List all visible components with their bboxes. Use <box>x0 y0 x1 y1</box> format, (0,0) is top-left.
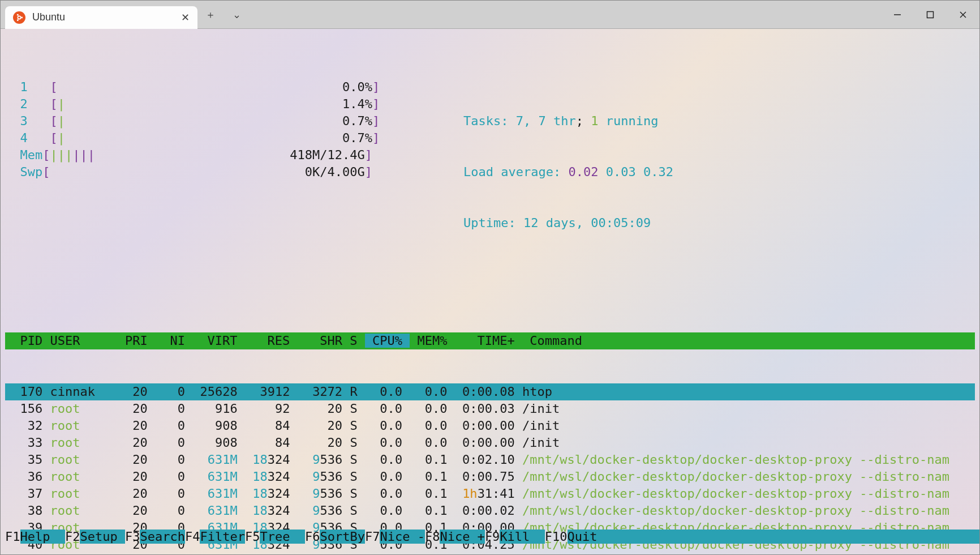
tasks-label: Tasks: <box>463 114 516 128</box>
summary-panel: Tasks: 7, 7 thr; 1 running Load average:… <box>463 79 673 266</box>
mem-meter: Mem[|||||| 418M/12.4G] <box>5 147 463 164</box>
process-row[interactable]: 36 root 20 0 631M 18324 9536 S 0.0 0.1 0… <box>5 468 975 485</box>
fkey-F1: F1 <box>5 530 20 544</box>
close-window-button[interactable] <box>947 1 979 29</box>
new-tab-button[interactable]: ＋ <box>197 8 223 22</box>
fkey-label-F5[interactable]: Tree <box>260 530 304 544</box>
process-row[interactable]: 38 root 20 0 631M 18324 9536 S 0.0 0.1 0… <box>5 502 975 519</box>
minimize-button[interactable] <box>881 1 914 29</box>
fkey-F8: F8 <box>425 530 440 544</box>
fkey-F3: F3 <box>125 530 140 544</box>
maximize-button[interactable] <box>914 1 947 29</box>
close-tab-icon[interactable]: ✕ <box>181 11 190 24</box>
process-row[interactable]: 32 root 20 0 908 84 20 S 0.0 0.0 0:00.00… <box>5 417 975 434</box>
svg-point-1 <box>21 16 23 18</box>
svg-point-3 <box>17 19 19 21</box>
fkey-F9: F9 <box>485 530 500 544</box>
fkey-label-F7[interactable]: Nice - <box>380 530 424 544</box>
process-row[interactable]: 170 cinnak 20 0 25628 3912 3272 R 0.0 0.… <box>5 383 975 400</box>
fkey-label-F2[interactable]: Setup <box>80 530 124 544</box>
process-row[interactable]: 33 root 20 0 908 84 20 S 0.0 0.0 0:00.00… <box>5 434 975 451</box>
fkey-F5: F5 <box>245 530 260 544</box>
svg-point-2 <box>17 14 19 15</box>
swp-meter: Swp[ 0K/4.00G] <box>5 164 463 181</box>
process-row[interactable]: 35 root 20 0 631M 18324 9536 S 0.0 0.1 0… <box>5 451 975 468</box>
fkey-label-F1[interactable]: Help <box>20 530 65 544</box>
fkey-label-F3[interactable]: Search <box>140 530 184 544</box>
fkey-F7: F7 <box>365 530 380 544</box>
fkey-label-F10[interactable]: Quit <box>568 530 598 544</box>
cpu-mem-meters: 1 [ 0.0%] 2 [| 1.4%] 3 [| 0.7%] 4 [| 0.7… <box>5 79 463 266</box>
fkey-F2: F2 <box>65 530 80 544</box>
ubuntu-icon <box>13 11 25 24</box>
fkey-F6: F6 <box>305 530 320 544</box>
process-table-header[interactable]: PID USER PRI NI VIRT RES SHR S CPU% MEM%… <box>5 332 975 349</box>
process-row[interactable]: 156 root 20 0 916 92 20 S 0.0 0.0 0:00.0… <box>5 400 975 417</box>
fkey-F4: F4 <box>185 530 200 544</box>
process-row[interactable]: 37 root 20 0 631M 18324 9536 S 0.0 0.1 1… <box>5 485 975 502</box>
cpu-meter-1: 1 [ 0.0%] <box>5 79 463 96</box>
fkey-label-F4[interactable]: Filter <box>200 530 244 544</box>
uptime-label: Uptime: <box>463 216 523 230</box>
load-label: Load average: <box>463 165 568 179</box>
cpu-meter-2: 2 [| 1.4%] <box>5 96 463 113</box>
cpu-meter-3: 3 [| 0.7%] <box>5 113 463 130</box>
function-key-bar: F1Help F2Setup F3SearchF4FilterF5Tree F6… <box>5 530 975 547</box>
terminal-output[interactable]: 1 [ 0.0%] 2 [| 1.4%] 3 [| 0.7%] 4 [| 0.7… <box>1 29 979 555</box>
window-titlebar: Ubuntu ✕ ＋ ⌄ <box>1 1 979 29</box>
fkey-label-F6[interactable]: SortBy <box>320 530 364 544</box>
svg-rect-5 <box>927 11 934 18</box>
tab-dropdown-button[interactable]: ⌄ <box>223 8 250 21</box>
fkey-F10: F10 <box>545 530 568 544</box>
tab-title: Ubuntu <box>32 11 65 23</box>
fkey-label-F9[interactable]: Kill <box>500 530 544 544</box>
fkey-label-F8[interactable]: Nice + <box>440 530 484 544</box>
cpu-meter-4: 4 [| 0.7%] <box>5 130 463 147</box>
svg-point-0 <box>18 16 20 19</box>
tab-ubuntu[interactable]: Ubuntu ✕ <box>5 6 197 29</box>
